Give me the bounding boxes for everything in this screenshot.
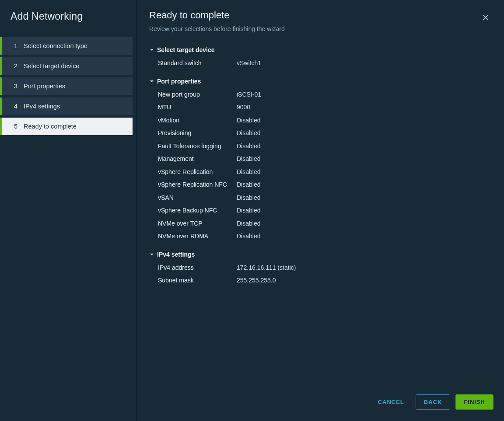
row-label: MTU <box>158 104 237 111</box>
row-label: vMotion <box>158 117 237 125</box>
row-management: Management Disabled <box>149 153 492 166</box>
step-number: 3 <box>10 83 18 90</box>
row-value: Disabled <box>237 207 492 215</box>
step-select-target-device[interactable]: 2 Select target device <box>0 57 133 75</box>
row-label: Fault Tolerance logging <box>158 143 237 150</box>
row-vsphere-backup-nfc: vSphere Backup NFC Disabled <box>149 204 492 217</box>
row-label: vSphere Backup NFC <box>158 207 237 215</box>
row-new-port-group: New port group iSCSI-01 <box>149 88 492 101</box>
chevron-down-icon <box>149 79 154 84</box>
row-ipv4-address: IPv4 address 172.16.16.111 (static) <box>149 261 492 275</box>
section-title: Port properties <box>157 78 201 85</box>
chevron-down-icon <box>149 47 154 52</box>
step-number: 4 <box>10 103 18 110</box>
row-value: Disabled <box>237 129 492 137</box>
row-value: Disabled <box>237 143 492 150</box>
section-ipv4-settings: IPv4 settings IPv4 address 172.16.16.111… <box>149 248 492 290</box>
row-label: NVMe over TCP <box>158 220 237 228</box>
row-value: 172.16.16.111 (static) <box>237 264 492 272</box>
add-networking-wizard: Add Networking 1 Select connection type … <box>0 0 504 421</box>
wizard-steps: 1 Select connection type 2 Select target… <box>0 37 136 135</box>
step-ready-to-complete[interactable]: 5 Ready to complete <box>0 118 133 135</box>
close-icon <box>483 14 489 22</box>
section-header-port[interactable]: Port properties <box>149 75 492 87</box>
step-number: 2 <box>10 63 18 70</box>
wizard-sidebar: Add Networking 1 Select connection type … <box>0 0 136 421</box>
wizard-main: Ready to complete Review your selections… <box>136 0 504 421</box>
section-select-target-device: Select target device Standard switch vSw… <box>149 44 492 73</box>
row-value: 9000 <box>237 104 492 111</box>
step-label: Ready to complete <box>24 123 77 130</box>
step-label: Select target device <box>24 63 79 70</box>
section-title: IPv4 settings <box>157 251 195 258</box>
step-label: Port properties <box>24 83 65 90</box>
row-label: NVMe over RDMA <box>158 233 237 240</box>
row-label: vSphere Replication <box>158 168 237 176</box>
row-value: Disabled <box>237 117 492 125</box>
section-header-ipv4[interactable]: IPv4 settings <box>149 248 492 261</box>
row-label: vSAN <box>158 194 237 202</box>
row-mtu: MTU 9000 <box>149 101 492 114</box>
row-ft-logging: Fault Tolerance logging Disabled <box>149 140 492 153</box>
step-number: 5 <box>10 123 18 130</box>
step-label: Select connection type <box>24 42 88 49</box>
row-value: Disabled <box>237 155 492 163</box>
row-vsphere-replication-nfc: vSphere Replication NFC Disabled <box>149 178 492 191</box>
back-button[interactable]: BACK <box>416 394 451 410</box>
finish-button[interactable]: FINISH <box>455 394 494 410</box>
row-label: New port group <box>158 91 237 99</box>
step-number: 1 <box>10 42 18 49</box>
page-subtitle: Review your selections before finishing … <box>149 25 480 32</box>
row-value: Disabled <box>237 194 492 202</box>
chevron-down-icon <box>149 252 154 257</box>
row-value: iSCSI-01 <box>237 91 492 99</box>
row-label: Standard switch <box>158 59 237 67</box>
row-value: 255.255.255.0 <box>237 277 492 285</box>
cancel-button[interactable]: CANCEL <box>372 394 410 410</box>
row-value: Disabled <box>237 233 492 240</box>
section-rows: IPv4 address 172.16.16.111 (static) Subn… <box>149 261 492 290</box>
row-standard-switch: Standard switch vSwitch1 <box>149 57 492 70</box>
header-texts: Ready to complete Review your selections… <box>149 10 480 32</box>
section-rows: Standard switch vSwitch1 <box>149 56 492 73</box>
wizard-title: Add Networking <box>0 10 136 35</box>
row-value: Disabled <box>237 168 492 176</box>
wizard-footer: CANCEL BACK FINISH <box>137 388 504 421</box>
review-content: Select target device Standard switch vSw… <box>137 41 504 388</box>
row-nvme-rdma: NVMe over RDMA Disabled <box>149 230 492 243</box>
row-label: Subnet mask <box>158 277 237 285</box>
wizard-header: Ready to complete Review your selections… <box>137 0 504 41</box>
row-vsphere-replication: vSphere Replication Disabled <box>149 166 492 179</box>
row-vmotion: vMotion Disabled <box>149 114 492 127</box>
step-port-properties[interactable]: 3 Port properties <box>0 77 133 95</box>
section-rows: New port group iSCSI-01 MTU 9000 vMotion… <box>149 87 492 246</box>
row-subnet-mask: Subnet mask 255.255.255.0 <box>149 274 492 287</box>
row-value: Disabled <box>237 181 492 189</box>
row-label: IPv4 address <box>158 264 237 272</box>
close-button[interactable] <box>480 12 492 24</box>
row-label: Management <box>158 155 237 163</box>
row-label: vSphere Replication NFC <box>158 181 237 189</box>
section-header-target[interactable]: Select target device <box>149 44 492 56</box>
row-nvme-tcp: NVMe over TCP Disabled <box>149 217 492 230</box>
step-label: IPv4 settings <box>24 103 60 110</box>
step-select-connection-type[interactable]: 1 Select connection type <box>0 37 133 55</box>
row-provisioning: Provisioning Disabled <box>149 127 492 140</box>
row-value: Disabled <box>237 220 492 228</box>
section-title: Select target device <box>157 46 215 53</box>
row-vsan: vSAN Disabled <box>149 191 492 205</box>
page-title: Ready to complete <box>149 10 480 21</box>
section-port-properties: Port properties New port group iSCSI-01 … <box>149 75 492 246</box>
step-ipv4-settings[interactable]: 4 IPv4 settings <box>0 97 133 115</box>
row-label: Provisioning <box>158 129 237 137</box>
row-value: vSwitch1 <box>237 59 492 67</box>
